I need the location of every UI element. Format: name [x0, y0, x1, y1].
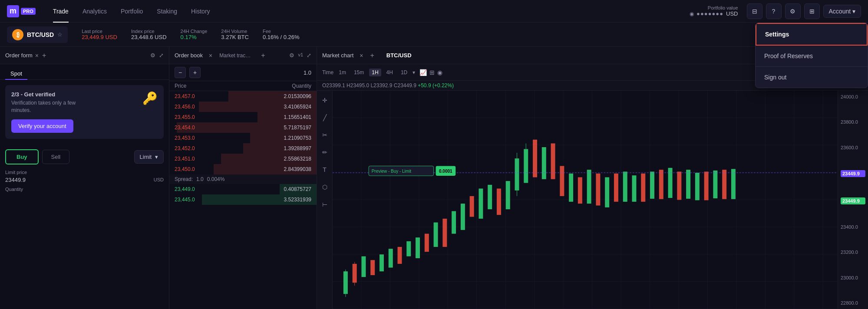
svg-rect-13 [398, 247, 402, 264]
help-icon-btn[interactable]: ? [766, 3, 782, 19]
market-trace-tab[interactable]: Market trac… [216, 51, 254, 60]
settings-menu-item[interactable]: Settings [756, 23, 868, 46]
order-form-add-icon[interactable]: + [42, 52, 46, 59]
quantity-row: Quantity [0, 187, 169, 194]
svg-rect-18 [442, 219, 447, 247]
sell-order-row[interactable]: 23,453.01.21090753 [169, 133, 317, 143]
buy-order-row[interactable]: 23,449.00.40875727 [169, 184, 317, 194]
nav-trade[interactable]: Trade [46, 0, 76, 23]
order-form-close-icon[interactable]: × [35, 52, 39, 59]
price-22800: 22800.0 [841, 300, 865, 306]
price-23000: 23000.0 [841, 275, 865, 280]
trading-pair-selector[interactable]: ₿ BTC/USD ☆ [7, 26, 68, 43]
grid-menu-btn[interactable]: ⊞ [804, 3, 820, 19]
btc-icon: ₿ [12, 29, 23, 40]
svg-rect-40 [614, 174, 618, 202]
hide-balance-icon[interactable]: ◉ [690, 11, 694, 17]
time-4h-btn[interactable]: 4H [384, 69, 396, 76]
logo[interactable]: m PRO [7, 5, 36, 17]
nav-history[interactable]: History [184, 0, 217, 23]
ob-plus-btn[interactable]: + [189, 67, 201, 78]
sell-order-row[interactable]: 23,454.05.71875197 [169, 122, 317, 133]
order-book-add-icon[interactable]: + [261, 52, 265, 59]
chart-add-icon[interactable]: + [370, 52, 374, 59]
svg-rect-11 [380, 254, 384, 271]
chart-type-candle-icon[interactable]: ⊞ [429, 69, 435, 76]
order-form-panel: Order form × + ⚙ ⤢ Spot 2/3 - Get verifi… [0, 47, 169, 309]
sell-order-row[interactable]: 23,451.02.55863218 [169, 154, 317, 164]
account-dropdown-menu: Settings Proof of Reserves Sign out [755, 23, 868, 88]
buy-order-row[interactable]: 23,445.03.52331939 [169, 194, 317, 205]
svg-rect-39 [605, 177, 609, 207]
nav-portfolio[interactable]: Portfolio [114, 0, 150, 23]
spread-label: Spread: [175, 176, 193, 182]
time-1d-btn[interactable]: 1D [398, 69, 410, 76]
sign-out-menu-item[interactable]: Sign out [756, 67, 868, 88]
svg-rect-37 [587, 170, 591, 204]
pen-tool[interactable]: ✏ [319, 146, 331, 158]
sell-order-row[interactable]: 23,457.02.01530096 [169, 91, 317, 102]
scissors-tool[interactable]: ✂ [319, 129, 331, 141]
trend-line-tool[interactable]: ╱ [319, 112, 331, 124]
svg-rect-33 [551, 143, 555, 179]
logo-pro-badge: PRO [21, 8, 36, 15]
ticker-bar: ₿ BTC/USD ☆ Last price 23,449.9 USD Inde… [0, 23, 868, 47]
order-book-close-icon[interactable]: × [209, 52, 212, 59]
proof-of-reserves-menu-item[interactable]: Proof of Reserves [756, 46, 868, 67]
chart-close-icon[interactable]: × [360, 52, 363, 59]
time-more-icon[interactable]: ▾ [413, 69, 415, 76]
svg-rect-20 [461, 204, 465, 230]
svg-rect-25 [506, 181, 510, 209]
svg-rect-23 [488, 185, 492, 209]
svg-rect-29 [524, 149, 528, 183]
settings-sliders-btn[interactable]: ⚙ [785, 3, 801, 19]
order-book-v1-label: v1 [298, 52, 303, 59]
sell-order-row[interactable]: 23,456.03.41065924 [169, 102, 317, 112]
key-icon: 🔑 [142, 91, 158, 105]
text-tool[interactable]: T [319, 164, 331, 176]
sell-button[interactable]: Sell [42, 150, 70, 164]
ob-minus-btn[interactable]: − [175, 67, 186, 78]
price-23800: 23800.0 [841, 119, 865, 125]
order-form-settings-icon[interactable]: ⚙ [150, 52, 155, 59]
candlestick-chart: Preview - Buy - Limit 0.0001 [333, 91, 838, 309]
svg-rect-9 [361, 256, 366, 277]
order-book-expand-icon[interactable]: ⤢ [307, 52, 311, 59]
order-form-expand-icon[interactable]: ⤢ [159, 52, 164, 59]
svg-rect-44 [650, 171, 654, 198]
sell-order-row[interactable]: 23,452.01.39288997 [169, 143, 317, 154]
spot-tab[interactable]: Spot [5, 68, 27, 79]
time-1h-btn[interactable]: 1H [369, 69, 381, 76]
chart-title: Market chart [322, 52, 353, 59]
ob-qty-col-header: Quantity [243, 83, 312, 89]
buy-button[interactable]: Buy [5, 149, 39, 164]
svg-rect-19 [452, 211, 456, 234]
portfolio-value-display: Portfolio value ◉ ●●●●●●● USD [690, 5, 738, 17]
favorite-star-icon[interactable]: ☆ [57, 31, 63, 38]
sell-order-row[interactable]: 23,455.01.15651401 [169, 112, 317, 122]
last-price-display: Last price 23,449.9 USD [82, 29, 117, 40]
layout-icon-btn[interactable]: ⊟ [747, 3, 762, 19]
measure-tool[interactable]: ⊢ [319, 198, 331, 210]
order-form-title: Order form [5, 52, 33, 59]
nav-staking[interactable]: Staking [150, 0, 184, 23]
quantity-label: Quantity [5, 187, 164, 192]
verify-account-button[interactable]: Verify your account [11, 119, 73, 133]
index-price-value: 23,448.6 USD [131, 34, 167, 40]
svg-rect-16 [425, 234, 429, 252]
time-15m-btn[interactable]: 15m [351, 69, 366, 76]
chart-eye-icon[interactable]: ◉ [437, 69, 442, 76]
order-type-select[interactable]: Limit ▾ [134, 150, 164, 164]
account-button[interactable]: Account ▾ [823, 5, 861, 18]
node-tool[interactable]: ⬡ [319, 181, 331, 193]
limit-price-value: 23449.9 [5, 177, 26, 183]
svg-rect-32 [542, 147, 546, 179]
order-book-settings-icon[interactable]: ⚙ [289, 52, 294, 59]
crosshair-tool[interactable]: ✛ [319, 94, 331, 106]
svg-rect-34 [560, 166, 564, 196]
spread-row: Spread: 1.0 0.004% [169, 174, 317, 184]
time-1m-btn[interactable]: 1m [336, 69, 349, 76]
nav-analytics[interactable]: Analytics [76, 0, 114, 23]
sell-order-row[interactable]: 23,450.02.84399038 [169, 164, 317, 174]
chart-type-line-icon[interactable]: 📈 [419, 69, 427, 76]
